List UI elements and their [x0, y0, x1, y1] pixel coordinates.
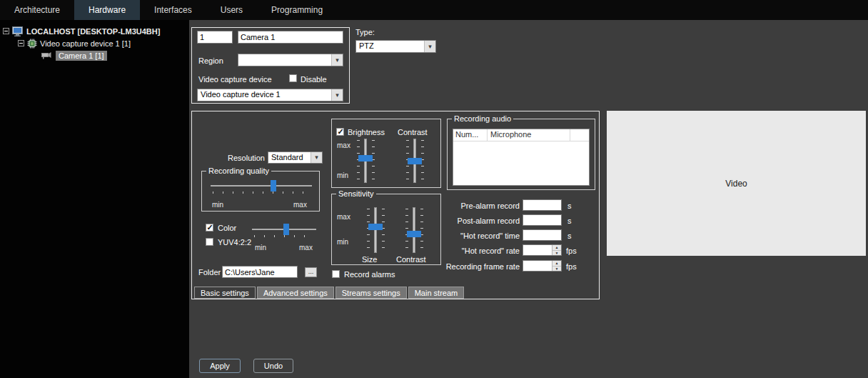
post-alarm-record-label: Post-alarm record: [420, 217, 520, 226]
pre-alarm-record-label: Pre-alarm record: [420, 202, 520, 211]
chevron-down-icon[interactable]: [424, 41, 435, 52]
post-alarm-record-input[interactable]: [523, 214, 562, 226]
recording-frame-rate-label: Recording frame rate: [420, 262, 520, 272]
tab-programming[interactable]: Programming: [257, 0, 337, 20]
disable-checkbox[interactable]: [289, 74, 297, 82]
hot-record-rate-input[interactable]: [523, 245, 552, 255]
recording-quality-groupbox: Recording quality min max: [201, 171, 320, 212]
chevron-down-icon[interactable]: [331, 54, 343, 66]
slider-handle[interactable]: [283, 224, 289, 235]
tree-item-localhost[interactable]: LOCALHOST [DESKTOP-LM3U4BH]: [3, 25, 160, 37]
min-label: min: [255, 243, 266, 252]
chevron-down-icon[interactable]: [311, 152, 322, 163]
resolution-dropdown[interactable]: Standard: [268, 151, 323, 164]
tab-interfaces[interactable]: Interfaces: [140, 0, 206, 20]
capture-board-icon: [27, 39, 37, 49]
tab-hardware[interactable]: Hardware: [74, 0, 140, 20]
hot-record-rate-unit: fps: [566, 247, 577, 256]
slider-handle[interactable]: [358, 155, 373, 161]
slider-handle[interactable]: [368, 224, 383, 230]
hot-record-time-label: "Hot record" time: [420, 232, 520, 241]
max-label: max: [299, 243, 313, 252]
record-alarms-checkbox[interactable]: [332, 270, 340, 278]
region-label: Region: [198, 56, 223, 66]
video-capture-device-label: Video capture device: [198, 75, 272, 84]
brightness-slider[interactable]: [356, 139, 375, 183]
tab-architecture[interactable]: Architecture: [0, 0, 74, 20]
slider-ticks: [405, 209, 408, 252]
min-label: min: [337, 171, 348, 180]
pre-alarm-record-unit: s: [567, 202, 572, 211]
browse-button[interactable]: ...: [305, 267, 317, 277]
spin-up-icon[interactable]: [552, 245, 561, 251]
main-panel: Region Video capture device Disable Vide…: [189, 20, 868, 378]
slider-handle[interactable]: [408, 158, 422, 164]
undo-button[interactable]: Undo: [253, 359, 293, 373]
min-label: min: [337, 237, 348, 247]
tab-basic-settings[interactable]: Basic settings: [194, 287, 256, 299]
slider-track: [211, 185, 312, 186]
video-capture-device-dropdown[interactable]: Video capture device 1: [197, 89, 343, 101]
folder-label: Folder: [198, 268, 221, 277]
tree-item-video-capture-device[interactable]: Video capture device 1 [1]: [18, 37, 131, 49]
sensitivity-size-slider[interactable]: [366, 207, 385, 253]
dropdown-value: [238, 54, 331, 66]
brightness-groupbox: Brightness Contrast max min: [331, 119, 441, 188]
color-checkbox[interactable]: [206, 224, 213, 232]
post-alarm-record-unit: s: [567, 217, 572, 226]
camera-id-input[interactable]: [197, 31, 233, 44]
tree-item-label: LOCALHOST [DESKTOP-LM3U4BH]: [26, 27, 160, 36]
spin-up-icon[interactable]: [552, 261, 561, 267]
tree-item-label: Video capture device 1 [1]: [40, 39, 131, 48]
brightness-checkbox[interactable]: [336, 128, 344, 136]
identity-groupbox: Region Video capture device Disable Vide…: [191, 27, 350, 104]
audio-column-num[interactable]: Num...: [453, 129, 488, 141]
topbar: Architecture Hardware Interfaces Users P…: [0, 0, 868, 20]
contrast-slider[interactable]: [405, 139, 425, 183]
audio-column-microphone[interactable]: Microphone: [488, 129, 570, 141]
computer-icon: [12, 26, 24, 36]
max-label: max: [337, 141, 350, 150]
slider-handle[interactable]: [271, 180, 276, 192]
recording-frame-rate-spinner[interactable]: [523, 260, 562, 272]
tab-advanced-settings[interactable]: Advanced settings: [257, 287, 334, 299]
dropdown-value: PTZ: [356, 41, 424, 52]
recording-audio-groupbox: Recording audio Num... Microphone: [447, 119, 595, 190]
video-preview-panel: Video: [607, 111, 866, 256]
settings-groupbox: Resolution Standard Recording quality mi…: [191, 111, 600, 299]
slider-track: [374, 207, 377, 253]
color-slider[interactable]: [252, 224, 316, 238]
region-dropdown[interactable]: [238, 54, 343, 66]
recording-quality-slider[interactable]: [211, 180, 312, 194]
settings-tabs: Basic settings Advanced settings Streams…: [194, 287, 465, 299]
folder-input[interactable]: [222, 266, 298, 278]
yuv-checkbox[interactable]: [206, 238, 213, 246]
spin-down-icon[interactable]: [552, 251, 561, 256]
disable-checkbox-label: Disable: [301, 75, 327, 84]
tree-item-camera[interactable]: Camera 1 [1]: [41, 49, 107, 61]
hot-record-rate-spinner[interactable]: [523, 244, 562, 256]
spin-down-icon[interactable]: [552, 267, 561, 272]
type-dropdown[interactable]: PTZ: [355, 40, 436, 53]
collapse-icon[interactable]: [18, 40, 24, 46]
hot-record-time-unit: s: [567, 232, 572, 241]
audio-table-header: Num... Microphone: [453, 129, 589, 141]
hot-record-time-input[interactable]: [523, 229, 562, 241]
recording-audio-table[interactable]: Num... Microphone: [453, 129, 590, 186]
slider-ticks: [213, 192, 310, 194]
apply-button[interactable]: Apply: [199, 359, 241, 373]
tab-main-stream[interactable]: Main stream: [408, 287, 465, 299]
record-alarms-label: Record alarms: [344, 270, 395, 279]
tab-users[interactable]: Users: [206, 0, 257, 20]
camera-name-input[interactable]: [238, 31, 343, 44]
recording-frame-rate-unit: fps: [566, 262, 577, 272]
pre-alarm-record-input[interactable]: [523, 199, 562, 211]
collapse-icon[interactable]: [3, 28, 9, 34]
dropdown-value: Video capture device 1: [198, 89, 331, 101]
contrast-label: Contrast: [398, 128, 428, 137]
slider-handle[interactable]: [407, 231, 421, 237]
tab-streams-settings[interactable]: Streams settings: [335, 287, 407, 299]
hot-record-rate-label: "Hot record" rate: [420, 247, 520, 256]
chevron-down-icon[interactable]: [331, 89, 343, 101]
recording-frame-rate-input[interactable]: [523, 261, 552, 271]
